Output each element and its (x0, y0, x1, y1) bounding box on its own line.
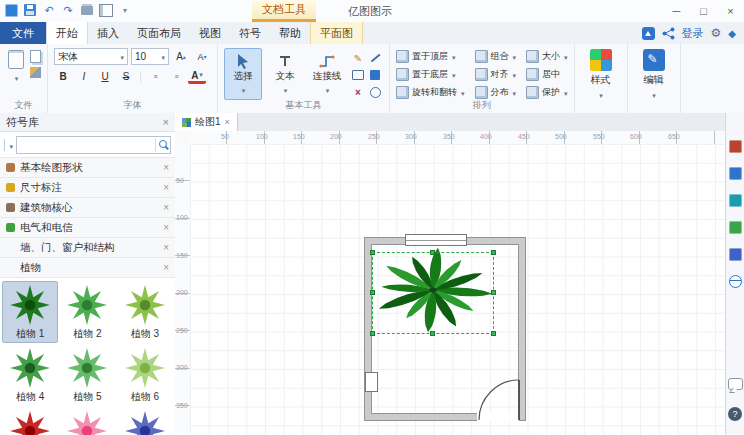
shape-tool-icon[interactable] (350, 67, 366, 83)
library-section-building-core[interactable]: 建筑物核心× (0, 198, 175, 218)
send-to-back-button[interactable]: 置于底层 (396, 68, 465, 81)
plant-item-2[interactable]: 植物 2 (59, 281, 115, 343)
clipart-panel-icon[interactable] (729, 167, 742, 180)
paste-button[interactable] (6, 48, 26, 85)
context-tab-header[interactable]: 文档工具 (252, 0, 316, 22)
plant-item-4[interactable]: 植物 4 (2, 344, 58, 406)
premium-icon[interactable] (728, 28, 736, 39)
drawing-surface[interactable] (190, 144, 726, 435)
document-tab[interactable]: 绘图1 × (175, 113, 238, 131)
format-panel-icon[interactable] (729, 248, 742, 261)
center-button[interactable]: 居中 (526, 68, 568, 81)
share-icon[interactable] (662, 27, 675, 40)
plant-item-1[interactable]: 植物 1 (2, 281, 58, 343)
drawing-tools-panel-icon[interactable] (729, 194, 742, 207)
redo-icon[interactable] (61, 3, 75, 17)
panels-button[interactable] (99, 3, 113, 17)
library-section-dimensioning[interactable]: 尺寸标注× (0, 178, 175, 198)
library-selector-icon[interactable] (4, 139, 5, 151)
minimize-button[interactable]: ─ (663, 0, 690, 21)
chevron-down-icon[interactable] (8, 139, 13, 151)
pen-tool-icon[interactable] (350, 50, 366, 66)
window-shape[interactable] (405, 234, 467, 246)
protect-button[interactable]: 保护 (526, 86, 568, 99)
door-shape[interactable] (475, 372, 525, 422)
group-button[interactable]: 组合 (475, 50, 517, 63)
distribute-button[interactable]: 分布 (475, 86, 517, 99)
close-library-icon[interactable]: × (163, 222, 169, 233)
close-library-icon[interactable]: × (163, 262, 169, 273)
search-icon[interactable] (156, 138, 170, 152)
comment-icon[interactable] (728, 378, 743, 390)
close-panel-icon[interactable]: × (163, 116, 169, 128)
list-icon[interactable] (167, 69, 185, 84)
copy-icon[interactable] (30, 50, 41, 63)
selection-handle[interactable] (491, 290, 496, 295)
close-library-icon[interactable]: × (163, 202, 169, 213)
connector-tool-button[interactable]: 连接线 (308, 48, 346, 100)
decrease-font-icon[interactable] (193, 49, 211, 64)
strikethrough-button[interactable]: S (117, 69, 135, 84)
tab-view[interactable]: 视图 (190, 22, 230, 44)
selection-handle[interactable] (370, 250, 375, 255)
font-color-icon[interactable]: A (188, 69, 206, 84)
tab-page-layout[interactable]: 页面布局 (128, 22, 190, 44)
close-library-icon[interactable]: × (163, 182, 169, 193)
paste-dropdown-icon[interactable] (14, 71, 19, 83)
close-button[interactable]: × (717, 0, 744, 21)
plant-item-5[interactable]: 植物 5 (59, 344, 115, 406)
bold-button[interactable]: B (54, 69, 72, 84)
maximize-button[interactable]: □ (690, 0, 717, 21)
snap-icon[interactable] (367, 84, 383, 100)
font-name-select[interactable]: 宋体 (54, 48, 128, 65)
plant-item-7[interactable] (2, 407, 58, 435)
plant-item-8[interactable] (59, 407, 115, 435)
select-tool-button[interactable]: 选择 (224, 48, 262, 100)
edit-button[interactable]: 编辑 (634, 48, 674, 100)
align-button[interactable]: 对齐 (475, 68, 517, 81)
publish-icon[interactable] (642, 27, 655, 40)
text-tool-button[interactable]: 文本 (266, 48, 304, 100)
plant-item-9[interactable] (117, 407, 173, 435)
bring-to-front-button[interactable]: 置于顶层 (396, 50, 465, 63)
underline-button[interactable]: U (96, 69, 114, 84)
selection-box[interactable] (372, 252, 494, 334)
web-panel-icon[interactable] (729, 275, 742, 288)
format-painter-icon[interactable] (30, 67, 41, 78)
selection-handle[interactable] (430, 250, 435, 255)
erase-icon[interactable] (350, 84, 366, 100)
library-section-electrical[interactable]: 电气和电信× (0, 218, 175, 238)
selection-handle[interactable] (491, 331, 496, 336)
symbols-panel-icon[interactable] (729, 140, 742, 153)
tab-home[interactable]: 开始 (46, 22, 88, 44)
selection-handle[interactable] (491, 250, 496, 255)
login-button[interactable]: 登录 (682, 26, 704, 41)
qat-dropdown-icon[interactable] (118, 3, 132, 17)
plant-item-6[interactable]: 植物 6 (117, 344, 173, 406)
increase-font-icon[interactable] (172, 49, 190, 64)
tab-symbols[interactable]: 符号 (230, 22, 270, 44)
line-tool-icon[interactable] (367, 50, 383, 66)
library-section-walls-doors[interactable]: 墙、门、窗户和结构× (0, 238, 175, 258)
tab-insert[interactable]: 插入 (88, 22, 128, 44)
plant-item-3[interactable]: 植物 3 (117, 281, 173, 343)
selection-handle[interactable] (370, 331, 375, 336)
font-size-select[interactable]: 10 (131, 48, 169, 65)
style-button[interactable]: 样式 (581, 48, 621, 100)
tab-help[interactable]: 帮助 (270, 22, 310, 44)
save-button[interactable] (23, 3, 37, 17)
fill-color-icon[interactable] (367, 67, 383, 83)
library-section-basic-shapes[interactable]: 基本绘图形状× (0, 158, 175, 178)
rotate-flip-button[interactable]: 旋转和翻转 (396, 86, 465, 99)
size-button[interactable]: 大小 (526, 50, 568, 63)
fill-style-panel-icon[interactable] (729, 221, 742, 234)
close-tab-icon[interactable]: × (225, 117, 230, 127)
library-section-plants[interactable]: 植物× (0, 258, 175, 278)
tab-file[interactable]: 文件 (0, 22, 46, 44)
help-icon[interactable] (728, 407, 742, 421)
undo-icon[interactable] (42, 3, 56, 17)
wall-fixture-shape[interactable] (365, 372, 378, 392)
selection-handle[interactable] (430, 331, 435, 336)
tab-floorplan[interactable]: 平面图 (310, 22, 363, 44)
settings-gear-icon[interactable] (711, 26, 722, 40)
